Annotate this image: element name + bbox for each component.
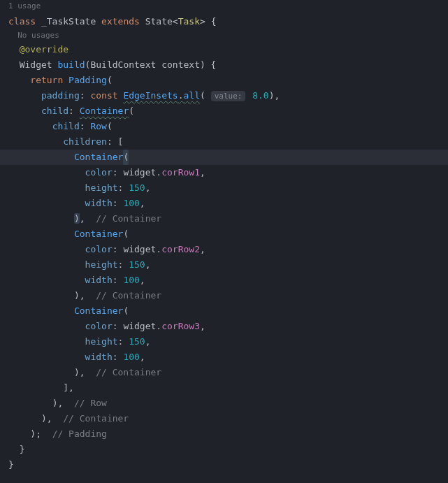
field-corrow2: corRow2: [161, 244, 200, 254]
arg-width: width: [85, 352, 113, 362]
class-row: Row: [90, 121, 106, 131]
code-line[interactable]: }: [8, 457, 448, 473]
code-line[interactable]: children: [: [8, 134, 448, 150]
class-container: Container: [74, 152, 123, 162]
usage-hint: 1 usage: [0, 0, 448, 13]
comma: ,: [145, 182, 151, 193]
code-line[interactable]: width: 100,: [8, 273, 448, 288]
code-line[interactable]: }: [8, 442, 448, 457]
close-paren: ),: [52, 398, 64, 408]
code-line[interactable]: color: widget.corRow2,: [8, 242, 448, 257]
close-paren: ),: [74, 290, 85, 301]
paren-open: (: [200, 90, 205, 101]
code-editor[interactable]: class _TaskState extends State<Task> { N…: [0, 13, 448, 473]
code-line[interactable]: ), // Container: [8, 365, 448, 380]
code-line[interactable]: padding: const EdgeInsets.all( value: 8.…: [8, 88, 448, 103]
literal-100: 100: [123, 275, 139, 285]
comma: ,: [140, 198, 145, 208]
code-line[interactable]: ), // Container: [8, 288, 448, 303]
literal-150: 150: [129, 336, 145, 347]
paren-matched: (: [123, 150, 129, 165]
code-line[interactable]: width: 100,: [8, 196, 448, 211]
comma: ,: [140, 352, 145, 362]
code-line[interactable]: ); // Padding: [8, 426, 448, 442]
arg-color: color: [85, 167, 113, 178]
keyword-return: return: [30, 75, 63, 85]
code-line[interactable]: ), // Container: [8, 411, 448, 426]
colon: :: [68, 106, 80, 116]
code-line[interactable]: ), // Container: [8, 211, 448, 226]
colon: :: [118, 259, 129, 270]
code-line-highlighted[interactable]: Container(: [0, 150, 448, 165]
angle-close: >: [200, 16, 205, 27]
type-task: Task: [178, 16, 200, 27]
arg-child: child: [52, 121, 80, 131]
type-state: State: [145, 16, 173, 27]
paren-open: (: [129, 106, 134, 116]
dot: .: [178, 90, 184, 101]
closing-comment: // Container: [96, 367, 161, 377]
class-container: Container: [80, 106, 129, 116]
code-line[interactable]: color: widget.corRow1,: [8, 165, 448, 180]
closing-comment: // Container: [96, 213, 161, 224]
brace-close-method: }: [20, 444, 25, 454]
keyword-const: const: [90, 90, 117, 101]
arg-padding: padding: [41, 90, 80, 101]
colon: :: [113, 198, 124, 208]
colon: :: [113, 321, 124, 331]
close-paren: ),: [41, 413, 52, 424]
arg-children: children: [63, 136, 107, 147]
brace-open: {: [205, 16, 217, 27]
class-padding: Padding: [68, 75, 107, 85]
dot: .: [156, 167, 161, 178]
field-corrow3: corRow3: [161, 321, 200, 331]
code-line[interactable]: ],: [8, 380, 448, 396]
comma: ,: [145, 259, 151, 270]
paren-open: (: [123, 229, 129, 239]
code-line[interactable]: @override: [8, 42, 448, 57]
comma: ,: [140, 275, 145, 285]
closing-comment-padding: // Padding: [52, 428, 107, 439]
comma: ,: [80, 213, 85, 224]
code-line[interactable]: height: 150,: [8, 180, 448, 196]
paren-open: (: [123, 305, 129, 316]
code-line[interactable]: height: 150,: [8, 334, 448, 349]
literal-150: 150: [129, 182, 145, 193]
code-line[interactable]: class _TaskState extends State<Task> {: [8, 14, 448, 29]
code-line[interactable]: child: Row(: [8, 119, 448, 134]
ref-widget: widget: [123, 244, 156, 254]
code-line[interactable]: Widget build(BuildContext context) {: [8, 57, 448, 73]
keyword-extends: extends: [101, 16, 140, 27]
paren-open: (: [107, 121, 113, 131]
code-line[interactable]: height: 150,: [8, 257, 448, 273]
code-line[interactable]: return Padding(: [8, 73, 448, 88]
arg-width: width: [85, 275, 113, 285]
code-line[interactable]: color: widget.corRow3,: [8, 319, 448, 334]
code-line[interactable]: ), // Row: [8, 396, 448, 411]
type-buildcontext: BuildContext: [90, 59, 156, 70]
closing-comment: // Container: [96, 290, 161, 301]
comma: ,: [200, 321, 205, 331]
close-paren: ),: [74, 367, 85, 377]
paren-open: (: [107, 75, 113, 85]
code-line[interactable]: width: 100,: [8, 349, 448, 365]
class-edgeinsets: EdgeInsets: [123, 90, 178, 101]
annotation-override: @override: [20, 44, 68, 55]
comma: ,: [145, 336, 151, 347]
arg-color: color: [85, 244, 113, 254]
keyword-class: class: [8, 16, 36, 27]
colon: :: [118, 182, 129, 193]
paren-matched-close: ): [74, 213, 80, 224]
close-paren: ),: [269, 90, 280, 101]
code-line[interactable]: child: Container(: [8, 103, 448, 119]
literal-8: 8.0: [252, 90, 268, 101]
dot: .: [156, 321, 161, 331]
arg-color: color: [85, 321, 113, 331]
dot: .: [156, 244, 161, 254]
colon: :: [80, 121, 91, 131]
code-line[interactable]: Container(: [8, 303, 448, 319]
close-bracket: ],: [63, 382, 74, 393]
code-line[interactable]: Container(: [8, 226, 448, 242]
colon: :: [113, 275, 124, 285]
angle-open: <: [173, 16, 178, 27]
